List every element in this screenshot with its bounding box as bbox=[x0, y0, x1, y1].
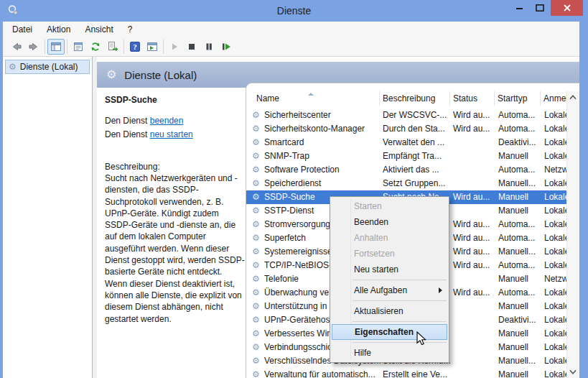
cell-name: Sicherheitscenter bbox=[264, 109, 381, 122]
table-row-sicherheitskonto-manager[interactable]: ⚙Sicherheitskonto-ManagerDurch den Sta..… bbox=[246, 122, 566, 136]
context-menu-item-hilfe[interactable]: Hilfe bbox=[330, 345, 449, 361]
cell-description: Setzt Gruppen... bbox=[383, 177, 450, 190]
service-gear-icon: ⚙ bbox=[252, 341, 263, 354]
cell-name: SNMP-Trap bbox=[264, 149, 381, 163]
context-menu-item-beenden[interactable]: Beenden bbox=[330, 214, 449, 230]
cell-name: Sicherheitskonto-Manager bbox=[264, 122, 381, 136]
service-gear-icon: ⚙ bbox=[252, 300, 263, 313]
toolbar-back-icon[interactable] bbox=[8, 39, 25, 55]
cell-logon-as: Lokale bbox=[544, 259, 566, 272]
cell-description: Erstellt eine Ve... bbox=[383, 368, 450, 378]
menu-separator bbox=[353, 321, 447, 322]
cell-logon-as: Netzw bbox=[544, 163, 566, 177]
minimize-button[interactable] bbox=[509, 0, 530, 15]
cell-logon-as: Lokale bbox=[544, 204, 566, 218]
toolbar-refresh-icon[interactable] bbox=[87, 39, 104, 55]
cell-logon-as: Lokale bbox=[544, 190, 566, 204]
cell-startup-type: Deaktivi... bbox=[498, 136, 541, 149]
toolbar-pause-service-icon[interactable] bbox=[200, 39, 218, 55]
cell-startup-type: Manuell bbox=[498, 341, 541, 354]
service-gear-icon: ⚙ bbox=[252, 122, 263, 136]
toolbar-properties-icon[interactable] bbox=[70, 39, 87, 55]
cell-description: Verwaltet den ... bbox=[383, 136, 450, 149]
cell-name: Software Protection bbox=[264, 163, 381, 177]
cell-startup-type: Automa... bbox=[498, 122, 541, 136]
tree-item-dienste-lokal[interactable]: ⚙ Dienste (Lokal) bbox=[5, 60, 90, 74]
context-menu-item-eigenschaften[interactable]: Eigenschaften bbox=[332, 324, 447, 340]
vertical-scrollbar[interactable] bbox=[566, 91, 579, 378]
table-row-sicherheitscenter[interactable]: ⚙SicherheitscenterDer WSCSVC-...Wird au.… bbox=[246, 109, 566, 122]
cell-startup-type: Automa... bbox=[498, 218, 541, 231]
svg-text:?: ? bbox=[133, 42, 137, 51]
cell-logon-as: Lokale bbox=[544, 313, 566, 327]
column-header-beschreibung[interactable]: Beschreibung bbox=[380, 91, 450, 106]
services-window: Dienste DateiAktionAnsicht? ? ⚙ Dienste … bbox=[0, 0, 588, 378]
table-row-snmp-trap[interactable]: ⚙SNMP-TrapEmpfängt Tra...ManuellLokale bbox=[246, 149, 566, 163]
toolbar-start-service-icon[interactable] bbox=[166, 39, 183, 55]
menu-datei[interactable]: Datei bbox=[5, 22, 39, 37]
cell-logon-as: Lokale bbox=[544, 286, 566, 300]
toolbar-stop-service-icon[interactable] bbox=[183, 39, 200, 55]
menu-help[interactable]: ? bbox=[121, 22, 140, 37]
service-gear-icon: ⚙ bbox=[252, 231, 263, 245]
column-header-anmelden-als[interactable]: Anmelden als bbox=[541, 91, 567, 106]
cell-logon-as: Lokale bbox=[544, 354, 566, 368]
column-header-starttyp[interactable]: Starttyp bbox=[495, 91, 541, 106]
console-tree-pane: ⚙ Dienste (Lokal) bbox=[3, 57, 93, 378]
restart-service-link[interactable]: neu starten bbox=[150, 129, 193, 139]
toolbar-show-hide-action-pane-icon[interactable] bbox=[144, 39, 161, 55]
service-gear-icon: ⚙ bbox=[252, 177, 263, 190]
cell-startup-type: Manuell... bbox=[498, 354, 541, 368]
cell-status: Wird au... bbox=[453, 218, 495, 231]
cell-logon-as: Lokale bbox=[544, 245, 566, 259]
service-gear-icon: ⚙ bbox=[252, 204, 263, 218]
table-row-smartcard[interactable]: ⚙SmartcardVerwaltet den ...Deaktivi...Lo… bbox=[246, 136, 566, 149]
cell-logon-as: Lokale bbox=[544, 218, 566, 231]
context-menu-item-alle-aufgaben[interactable]: Alle Aufgaben bbox=[330, 282, 449, 298]
toolbar-restart-service-icon[interactable] bbox=[218, 39, 235, 55]
stop-service-link[interactable]: beenden bbox=[150, 116, 184, 126]
service-gear-icon: ⚙ bbox=[252, 286, 263, 300]
context-menu-item-neu-starten[interactable]: Neu starten bbox=[330, 262, 449, 277]
cell-description: Der WSCSVC-... bbox=[383, 109, 450, 122]
table-row-speicherdienst[interactable]: ⚙SpeicherdienstSetzt Gruppen...Manuell..… bbox=[246, 177, 566, 190]
menu-ansicht[interactable]: Ansicht bbox=[78, 22, 120, 37]
toolbar-help-icon[interactable]: ? bbox=[126, 39, 144, 55]
maximize-button[interactable] bbox=[530, 0, 551, 15]
cell-startup-type: Automa... bbox=[498, 259, 541, 272]
cell-logon-as: Lokale bbox=[544, 122, 566, 136]
toolbar-separator bbox=[45, 40, 45, 54]
context-menu-item-fortsetzen: Fortsetzen bbox=[330, 246, 449, 262]
cell-startup-type: Manuell bbox=[498, 204, 541, 218]
column-header-status[interactable]: Status bbox=[450, 91, 495, 106]
service-gear-icon: ⚙ bbox=[252, 136, 263, 149]
cell-status: Wird au... bbox=[453, 259, 495, 272]
titlebar[interactable]: Dienste bbox=[0, 0, 588, 22]
scroll-down-button[interactable] bbox=[567, 366, 579, 378]
cell-startup-type: Automa... bbox=[498, 163, 541, 177]
banner-title: Dienste (Lokal) bbox=[124, 69, 197, 81]
table-row-software-protection[interactable]: ⚙Software ProtectionAktiviert das ...Aut… bbox=[246, 163, 566, 177]
close-button[interactable] bbox=[551, 0, 583, 16]
column-header-name[interactable]: Name bbox=[251, 91, 380, 106]
service-gear-icon: ⚙ bbox=[252, 149, 263, 163]
cell-startup-type: Automa... bbox=[498, 286, 541, 300]
cell-status: Wird au... bbox=[453, 109, 495, 122]
cell-logon-as: Lokale bbox=[544, 109, 566, 122]
context-menu-item-aktualisieren[interactable]: Aktualisieren bbox=[330, 303, 449, 319]
service-gear-icon: ⚙ bbox=[252, 272, 263, 286]
cell-status: Wird au... bbox=[453, 122, 495, 136]
menu-separator bbox=[353, 280, 447, 280]
context-menu-item-anhalten: Anhalten bbox=[330, 230, 449, 246]
toolbar-show-hide-console-tree-icon[interactable] bbox=[47, 39, 65, 55]
table-row-verwaltung-für-automatisch[interactable]: ⚙Verwaltung für automatisch...Erstellt e… bbox=[246, 368, 566, 378]
cell-status: Wird au... bbox=[453, 190, 495, 204]
toolbar-export-list-icon[interactable] bbox=[104, 39, 121, 55]
menu-separator bbox=[353, 342, 447, 343]
scroll-up-button[interactable] bbox=[567, 91, 579, 103]
toolbar-forward-icon[interactable] bbox=[25, 39, 42, 55]
cell-startup-type: Manuell bbox=[498, 300, 541, 313]
service-gear-icon: ⚙ bbox=[252, 245, 263, 259]
menu-aktion[interactable]: Aktion bbox=[39, 22, 78, 37]
description-label: Beschreibung: bbox=[105, 162, 240, 172]
